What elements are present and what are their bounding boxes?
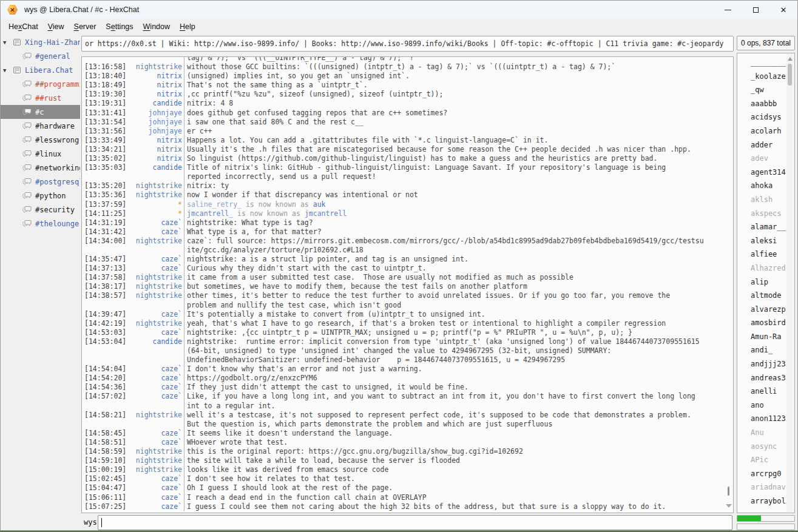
userlist-item-qw[interactable]: _qw <box>751 83 786 97</box>
channel-icon <box>22 80 32 88</box>
tree-channel-lesswrong[interactable]: #lesswrong <box>1 133 80 147</box>
timestamp: [13:16:58] <box>83 62 129 72</box>
message-text: nitrix: ty <box>184 181 724 190</box>
userlist-item-arraybol[interactable]: arraybol <box>751 494 786 508</box>
menu-item-hexchat[interactable]: HexChat <box>4 21 43 33</box>
minimize-button[interactable] <box>714 1 742 19</box>
message-text: https://godbolt.org/z/enxzcPYM6 <box>184 374 724 383</box>
nick: candide <box>129 163 182 181</box>
userlist-item-akspecs[interactable]: akspecs <box>751 207 786 221</box>
userlist-scroll-up-arrow-icon[interactable] <box>788 57 793 61</box>
menu-item-settings[interactable]: Settings <box>101 21 138 33</box>
nick: nightstrike <box>129 291 182 309</box>
userlist-item-alvarezp[interactable]: alvarezp <box>751 303 786 317</box>
userlist-item-acidsys[interactable]: acidsys <box>751 110 786 124</box>
nick: nightstrike <box>129 181 182 190</box>
message-text: saline_retry_ is now known as auk <box>184 200 724 209</box>
chat-scrollbar[interactable] <box>725 58 732 511</box>
userlist-item-adder[interactable]: adder <box>751 138 786 152</box>
menu-item-window[interactable]: Window <box>138 21 175 33</box>
tree-channel-thelounge[interactable]: #thelounge <box>1 217 80 231</box>
userlist-item-amun-ra[interactable]: Amun-Ra <box>751 330 786 344</box>
tree-channel-rust[interactable]: ##rust <box>1 91 80 105</box>
timestamp: [14:54:36] <box>83 383 129 392</box>
userlist-item-agent314[interactable]: agent314 <box>751 166 786 180</box>
userlist-item-apic[interactable]: APic <box>751 453 786 467</box>
chat-line: [14:54:20]caze`https://godbolt.org/z/enx… <box>83 374 724 383</box>
tree-server-libera-chat[interactable]: ▼Libera.Chat <box>1 63 80 77</box>
userlist-item-alamar[interactable]: alamar__ <box>751 220 786 234</box>
userlist-item-aosync[interactable]: aosync <box>751 440 786 454</box>
tree-channel-linux[interactable]: #linux <box>1 147 80 161</box>
message-text: caze`: full source: https://mirrors.git.… <box>184 237 724 255</box>
userlist-item-alip[interactable]: alip <box>751 275 786 289</box>
tree-channel-hardware[interactable]: #hardware <box>1 119 80 133</box>
tree-server-xing-hai-zhan[interactable]: ▼Xing-Hai-Zhan <box>1 35 80 49</box>
userlist-item-aleksi[interactable]: aleksi <box>751 234 786 248</box>
userlist-item-andjjj23[interactable]: andjjj23 <box>751 357 786 371</box>
userlist-item-andreas3[interactable]: andreas3 <box>751 371 786 385</box>
close-button[interactable]: ✕ <box>769 1 797 19</box>
message-text: er c++ <box>184 127 724 136</box>
nick: caze` <box>129 502 182 511</box>
nick: caze` <box>129 438 182 447</box>
tree-expander-icon[interactable]: ▼ <box>3 39 12 45</box>
userlist-item-anon1123[interactable]: anon1123 <box>751 412 786 426</box>
timestamp: [14:38:57] <box>83 291 129 309</box>
userlist-item-ahoka[interactable]: ahoka <box>751 179 786 193</box>
userlist-item-acolarh[interactable]: acolarh <box>751 124 786 138</box>
timestamp: [13:35:20] <box>83 181 129 190</box>
tree-item-label: #python <box>35 192 66 200</box>
maximize-button[interactable] <box>742 1 769 19</box>
chat-line: [14:58:59]nightstrikethis is the origina… <box>83 447 724 456</box>
userlist-item-ano[interactable]: ano <box>751 399 786 412</box>
userlist-item-anelli[interactable]: anelli <box>751 385 786 399</box>
userlist-item-anu[interactable]: Anu <box>751 426 786 440</box>
message-text: Curious why they didn't start with the c… <box>184 264 724 273</box>
userlist-item-ariadnav[interactable]: ariadnav <box>751 480 786 494</box>
chat-line: [15:06:11]caze`I reach a dead end in the… <box>83 493 724 502</box>
userlist-item-koolaze[interactable]: _koolaze <box>751 70 786 84</box>
userlist-item-alfiee[interactable]: alfiee <box>751 247 786 261</box>
userlist-item-amosbird[interactable]: amosbird <box>751 316 786 330</box>
userlist-scrollbar[interactable] <box>786 54 794 512</box>
menu-item-help[interactable]: Help <box>175 21 200 33</box>
userlist-item-aaabbb[interactable]: aaabbb <box>751 97 786 111</box>
tree-channel-security[interactable]: #security <box>1 203 80 217</box>
userlist-item-andi[interactable]: andi_ <box>751 343 786 357</box>
userlist-item-arcrpg0[interactable]: arcrpg0 <box>751 467 786 481</box>
nick: nightstrike <box>129 447 182 456</box>
chat-line: [14:54:36]caze`If they just didn't attem… <box>83 383 724 392</box>
chat-line: [13:18:49]nitrixThat's not the same thin… <box>83 81 724 90</box>
chat-scrollbar-thumb[interactable] <box>728 487 729 496</box>
topic-input[interactable] <box>81 36 734 52</box>
nick: nitrix <box>129 136 182 145</box>
timestamp: [14:37:58] <box>83 273 129 282</box>
chat-scroll-down-arrow-icon[interactable] <box>726 504 732 508</box>
chat-line: [13:16:58]nightstrikewithout those GCC b… <box>83 62 724 72</box>
tree-channel-programming[interactable]: ##programming <box>1 77 80 91</box>
tree-channel-networking[interactable]: #networking <box>1 161 80 175</box>
nick: caze` <box>129 328 182 337</box>
own-nick-label: wys <box>84 518 97 527</box>
timestamp: [14:58:51] <box>83 438 129 447</box>
menu-item-server[interactable]: Server <box>69 21 101 33</box>
nick: nitrix <box>129 72 182 81</box>
tree-channel-python[interactable]: #python <box>1 189 80 203</box>
nick: caze` <box>129 310 182 319</box>
userlist-item-adev[interactable]: adev <box>751 152 786 166</box>
userlist-item-aklsh[interactable]: aklsh <box>751 193 786 207</box>
channel-icon <box>22 178 32 186</box>
tree-expander-icon[interactable]: ▼ <box>3 67 12 73</box>
tree-channel-general[interactable]: #general <box>1 49 80 63</box>
userlist-scrollbar-thumb[interactable] <box>788 64 792 86</box>
userlist-item-altmode[interactable]: altmode <box>751 289 786 303</box>
userlist-item-x[interactable]: ________ <box>751 56 786 70</box>
chat-line: [13:18:40]nitrix(unsigned) implies int, … <box>83 72 724 81</box>
userlist-item-alhazred[interactable]: Alhazred <box>751 261 786 275</box>
message-input[interactable] <box>98 515 732 530</box>
menu-item-view[interactable]: View <box>43 21 69 33</box>
tree-channel-c[interactable]: #c <box>1 105 80 119</box>
tree-channel-postgresql[interactable]: #postgresql <box>1 175 80 189</box>
timestamp: [13:31:56] <box>83 127 129 136</box>
